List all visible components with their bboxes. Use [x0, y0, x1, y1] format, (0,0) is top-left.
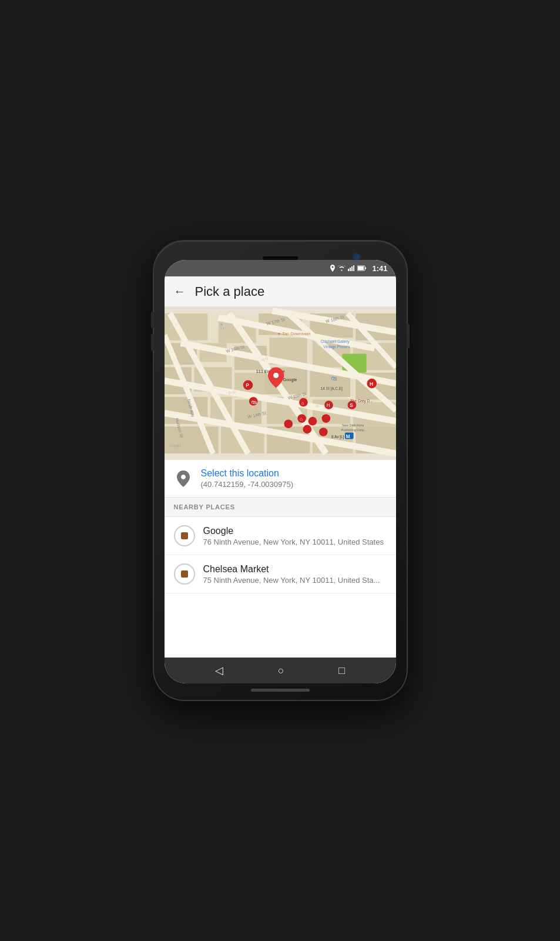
svg-text:H: H — [326, 403, 330, 408]
svg-text:🍴: 🍴 — [218, 322, 226, 331]
nav-bar: ◁ ○ □ — [165, 658, 396, 683]
svg-text:S: S — [350, 403, 353, 408]
phone-device: 1:41 ← Pick a place — [154, 241, 407, 700]
place-item-google[interactable]: Google 76 Ninth Avenue, New York, NY 100… — [165, 517, 396, 555]
svg-text:🛍: 🛍 — [251, 399, 256, 405]
svg-text:⌂: ⌂ — [299, 416, 302, 422]
place-info-chelsea: Chelsea Market 75 Ninth Avenue, New York… — [203, 564, 380, 585]
select-location-text: Select this location (40.7412159, -74.00… — [201, 468, 294, 489]
signal-status-icon — [348, 265, 355, 271]
svg-rect-3 — [353, 265, 354, 271]
page-title: Pick a place — [195, 284, 265, 299]
place-icon-chelsea — [174, 563, 195, 585]
location-status-icon — [330, 265, 336, 272]
svg-point-85 — [308, 417, 317, 426]
svg-rect-1 — [350, 268, 351, 271]
svg-text:Vintage Posters: Vintage Posters — [323, 345, 350, 349]
svg-text:P: P — [246, 383, 249, 388]
power-button[interactable] — [407, 323, 410, 348]
map-area[interactable]: ▷ ▷ ◁ ◁ ▷ ▷ ◁ W 18th St W 17th St W 16th… — [165, 307, 396, 460]
nav-recent-button[interactable]: □ — [338, 665, 345, 677]
svg-text:14 St [A,C,E]: 14 St [A,C,E] — [320, 386, 342, 391]
status-time: 1:41 — [372, 264, 387, 273]
select-location-coords: (40.7412159, -74.0030975) — [201, 480, 294, 489]
status-bar: 1:41 — [165, 260, 396, 276]
place-icon-inner-chelsea — [181, 570, 188, 578]
select-location-label[interactable]: Select this location — [201, 468, 294, 479]
svg-text:⌂: ⌂ — [301, 401, 304, 406]
svg-text:M: M — [346, 434, 350, 439]
back-button[interactable]: ← — [174, 285, 186, 298]
volume-up-button[interactable] — [151, 312, 154, 328]
volume-down-button[interactable] — [151, 334, 154, 351]
status-icons — [330, 265, 367, 272]
place-name-chelsea: Chelsea Market — [203, 564, 380, 575]
top-bar: ← Pick a place — [165, 276, 396, 307]
svg-rect-2 — [351, 266, 353, 271]
place-item-chelsea[interactable]: Chelsea Market 75 Ninth Avenue, New York… — [165, 555, 396, 593]
nav-back-button[interactable]: ◁ — [215, 664, 223, 677]
svg-text:🛍: 🛍 — [331, 375, 337, 382]
place-name-google: Google — [203, 526, 384, 536]
svg-text:H: H — [370, 382, 373, 387]
wifi-status-icon — [338, 265, 346, 271]
svg-text:Google: Google — [169, 443, 181, 448]
svg-point-86 — [321, 414, 330, 423]
select-location-row[interactable]: Select this location (40.7412159, -74.00… — [165, 460, 396, 498]
svg-point-88 — [303, 425, 311, 434]
home-indicator — [251, 689, 310, 692]
nav-home-button[interactable]: ○ — [278, 665, 284, 677]
place-list: Google 76 Ninth Avenue, New York, NY 100… — [165, 517, 396, 658]
svg-rect-5 — [358, 266, 364, 270]
svg-point-93 — [273, 373, 279, 378]
svg-text:✦ Tao Downtown: ✦ Tao Downtown — [277, 331, 310, 336]
place-icon-inner — [181, 532, 188, 539]
svg-rect-0 — [348, 269, 349, 271]
svg-point-87 — [284, 419, 293, 428]
place-address-chelsea: 75 Ninth Avenue, New York, NY 10011, Uni… — [203, 576, 380, 585]
nearby-places-header: NEARBY PLACES — [165, 498, 396, 517]
battery-status-icon — [357, 265, 367, 271]
location-pin-icon — [174, 469, 193, 488]
map-svg: ▷ ▷ ◁ ◁ ▷ ▷ ◁ W 18th St W 17th St W 16th… — [165, 307, 396, 460]
place-icon-google — [174, 525, 195, 546]
place-info-google: Google 76 Ninth Avenue, New York, NY 100… — [203, 526, 384, 546]
svg-text:Publishing Corp...: Publishing Corp... — [341, 428, 367, 432]
svg-text:Chisholm Gallery: Chisholm Gallery — [320, 339, 350, 344]
svg-text:Google: Google — [283, 377, 297, 382]
svg-text:New Directions: New Directions — [342, 423, 364, 427]
svg-point-89 — [318, 428, 327, 436]
svg-text:8 Av [L]: 8 Av [L] — [331, 435, 344, 439]
phone-screen: 1:41 ← Pick a place — [165, 260, 396, 683]
place-address-google: 76 Ninth Avenue, New York, NY 10011, Uni… — [203, 538, 384, 546]
svg-rect-6 — [365, 268, 366, 269]
